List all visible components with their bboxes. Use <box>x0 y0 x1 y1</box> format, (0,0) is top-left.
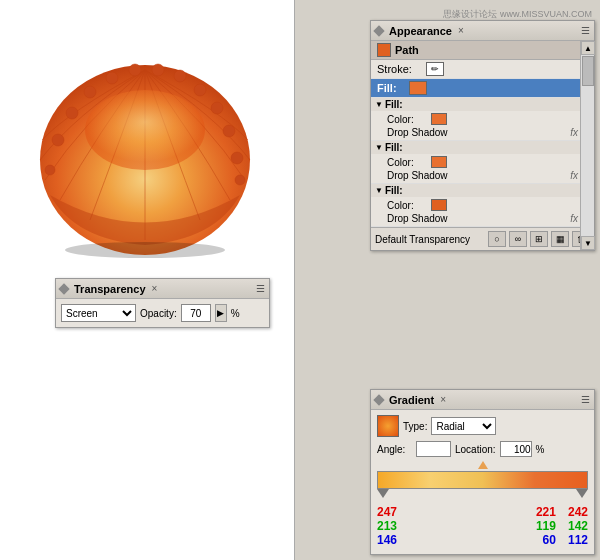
transparency-close-button[interactable]: × <box>152 283 158 294</box>
color-row-1: Color: <box>371 112 594 126</box>
fill-triangle-3: ▼ <box>375 186 383 195</box>
mid-green-value: 119 <box>536 519 556 533</box>
fill-color-swatch-highlighted <box>409 81 427 95</box>
color-swatch-3[interactable] <box>431 199 447 211</box>
stroke-row: Stroke: ✏ <box>371 60 594 79</box>
fx-label-1: fx <box>570 127 578 138</box>
fill-row-highlighted[interactable]: Fill: <box>371 79 594 98</box>
transparency-panel: Transparency × ☰ Screen Opacity: ▶ % <box>55 278 270 328</box>
svg-point-1 <box>85 90 205 170</box>
fill-section-2-content: Color: Drop Shadow fx <box>371 154 594 183</box>
svg-point-2 <box>45 165 55 175</box>
gradient-type-row: Type: Radial Linear <box>377 415 588 437</box>
svg-point-7 <box>129 64 141 76</box>
shell-svg <box>30 40 260 260</box>
left-red-value: 247 <box>377 505 397 519</box>
svg-point-8 <box>152 64 164 76</box>
color-label-2: Color: <box>387 157 427 168</box>
effect-row-2: Drop Shadow fx <box>371 169 594 182</box>
gradient-type-select[interactable]: Radial Linear <box>431 417 496 435</box>
left-blue-value: 146 <box>377 533 397 547</box>
fill-section-1-content: Color: Drop Shadow fx <box>371 111 594 140</box>
gradient-titlebar: Gradient × ☰ <box>371 390 594 410</box>
fill-section-3-title: Fill: <box>385 185 403 196</box>
circle-icon-button[interactable]: ○ <box>488 231 506 247</box>
color-swatch-2[interactable] <box>431 156 447 168</box>
gradient-bar[interactable] <box>377 471 588 489</box>
fill-label-highlighted: Fill: <box>377 82 405 94</box>
scroll-track[interactable] <box>581 55 594 236</box>
gradient-stop-left[interactable] <box>377 489 389 498</box>
svg-point-9 <box>174 70 186 82</box>
svg-point-3 <box>52 134 64 146</box>
color-row-3: Color: <box>371 198 594 212</box>
gradient-preview <box>377 415 399 437</box>
default-transparency-label: Default Transparency <box>375 234 488 245</box>
appearance-title: Appearance <box>389 25 452 37</box>
blend-mode-select[interactable]: Screen <box>61 304 136 322</box>
color-label-3: Color: <box>387 200 427 211</box>
gradient-angle-row: Angle: Location: % <box>377 441 588 457</box>
gradient-bar-container <box>377 461 588 499</box>
diamond-icon-appearance <box>373 25 384 36</box>
right-blue-value: 112 <box>568 533 588 547</box>
opacity-label: Opacity: <box>140 308 177 319</box>
location-percent: % <box>536 444 545 455</box>
mid-red-value: 221 <box>536 505 556 519</box>
fill-section-1-title: Fill: <box>385 99 403 110</box>
appearance-menu-button[interactable]: ☰ <box>581 25 590 36</box>
grid-icon-button[interactable]: ▦ <box>551 231 569 247</box>
svg-point-6 <box>106 72 118 84</box>
gradient-stop-right[interactable] <box>576 489 588 498</box>
stroke-label: Stroke: <box>377 63 422 75</box>
color-values-left: 247 213 146 <box>377 505 397 547</box>
duplicate-icon-button[interactable]: ⊞ <box>530 231 548 247</box>
path-label: Path <box>395 44 419 56</box>
effect-row-3: Drop Shadow fx <box>371 212 594 225</box>
appearance-panel: Appearance × ☰ Path Stroke: ✏ Fill: ▼ Fi… <box>370 20 595 251</box>
transparency-title: Transparency <box>74 283 146 295</box>
fill-triangle-2: ▼ <box>375 143 383 152</box>
path-color-swatch <box>377 43 391 57</box>
scroll-down-button[interactable]: ▼ <box>581 236 595 250</box>
link-icon-button[interactable]: ∞ <box>509 231 527 247</box>
transparency-titlebar: Transparency × ☰ <box>56 279 269 299</box>
percent-label: % <box>231 308 240 319</box>
scroll-thumb[interactable] <box>582 56 594 86</box>
gradient-panel: Gradient × ☰ Type: Radial Linear Angle: … <box>370 389 595 555</box>
gradient-stop-top-mid[interactable] <box>478 461 488 469</box>
color-label-1: Color: <box>387 114 427 125</box>
gradient-title: Gradient <box>389 394 434 406</box>
svg-point-14 <box>235 175 245 185</box>
right-green-value: 142 <box>568 519 588 533</box>
gradient-menu-button[interactable]: ☰ <box>581 394 590 405</box>
location-input[interactable] <box>500 441 532 457</box>
location-label: Location: <box>455 444 496 455</box>
fill-section-2: ▼ Fill: Color: Drop Shadow fx <box>371 141 594 184</box>
effect-row-1: Drop Shadow fx <box>371 126 594 139</box>
opacity-input[interactable] <box>181 304 211 322</box>
appearance-footer: Default Transparency ○ ∞ ⊞ ▦ 🗑 <box>371 227 594 250</box>
appearance-scrollbar[interactable]: ▲ ▼ <box>580 41 594 250</box>
appearance-close-button[interactable]: × <box>458 25 464 36</box>
color-values-right: 221 119 60 242 142 112 <box>536 505 588 547</box>
fill-section-3-header[interactable]: ▼ Fill: <box>371 184 594 197</box>
svg-point-5 <box>84 86 96 98</box>
shell-container <box>30 40 260 260</box>
gradient-content: Type: Radial Linear Angle: Location: % <box>371 410 594 554</box>
fill-section-1-header[interactable]: ▼ Fill: <box>371 98 594 111</box>
svg-point-13 <box>231 152 243 164</box>
fill-section-3: ▼ Fill: Color: Drop Shadow fx <box>371 184 594 227</box>
gradient-close-button[interactable]: × <box>440 394 446 405</box>
angle-input[interactable] <box>416 441 451 457</box>
drop-shadow-label-2: Drop Shadow <box>387 170 448 181</box>
color-swatch-1[interactable] <box>431 113 447 125</box>
transparency-menu-button[interactable]: ☰ <box>256 283 265 294</box>
opacity-increment-button[interactable]: ▶ <box>215 304 227 322</box>
stroke-icon[interactable]: ✏ <box>426 62 444 76</box>
scroll-up-button[interactable]: ▲ <box>581 41 595 55</box>
fill-triangle-1: ▼ <box>375 100 383 109</box>
fill-section-2-header[interactable]: ▼ Fill: <box>371 141 594 154</box>
fill-section-3-content: Color: Drop Shadow fx <box>371 197 594 226</box>
fill-section-1: ▼ Fill: Color: Drop Shadow fx <box>371 98 594 141</box>
